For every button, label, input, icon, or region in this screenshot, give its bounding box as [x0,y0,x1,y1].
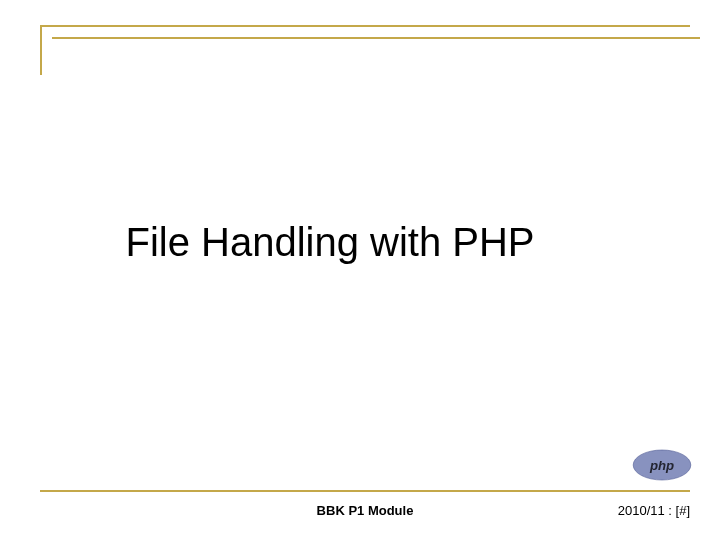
top-decorative-border [40,25,690,75]
footer-left-spacer [40,503,257,518]
footer-module-label: BBK P1 Module [257,503,474,518]
footer-date-page: 2010/11 : [#] [473,503,690,518]
slide-title: File Handling with PHP [0,220,720,265]
php-logo-icon: php [632,449,692,485]
svg-text:php: php [649,458,674,473]
slide-footer: BBK P1 Module 2010/11 : [#] [40,503,690,518]
bottom-decorative-line [40,490,690,492]
